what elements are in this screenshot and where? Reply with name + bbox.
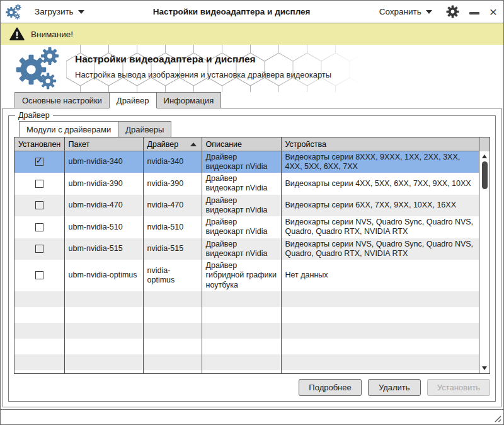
dropdown-arrow-icon <box>78 10 84 14</box>
table-row[interactable]: ubm-nvidia-470 nvidia-470 Драйвер видеок… <box>14 195 479 217</box>
installed-checkbox-checked[interactable]: ✓ <box>35 158 43 166</box>
driver-subtabs: Модули с драйверами Драйверы <box>14 121 490 137</box>
resize-grip[interactable] <box>493 414 501 422</box>
remove-button[interactable]: Удалить <box>368 379 421 396</box>
installed-checkbox[interactable] <box>35 245 43 253</box>
settings-gear-button[interactable] <box>446 5 459 18</box>
installed-checkbox[interactable] <box>35 271 43 279</box>
empty-row <box>14 323 479 339</box>
titlebar: Загрузить Настройки видеоадаптера и дисп… <box>1 1 503 23</box>
empty-row <box>14 354 479 370</box>
empty-row <box>14 307 479 323</box>
check-icon: ✓ <box>36 156 43 166</box>
minimize-button[interactable] <box>469 12 479 15</box>
details-button[interactable]: Подробнее <box>299 379 361 396</box>
page-title: Настройки видеоадаптера и дисплея <box>75 54 331 65</box>
scrollbar-thumb[interactable] <box>482 161 488 189</box>
empty-row <box>14 370 479 374</box>
table-row[interactable]: ubm-nvidia-515 nvidia-515 Драйвер видеок… <box>14 238 479 260</box>
drivers-table: Установлен Пакет Драйвер Описание Устрой… <box>14 137 490 374</box>
banner: Настройки видеоадаптера и дисплея Настро… <box>1 45 503 92</box>
installed-checkbox[interactable] <box>35 180 43 188</box>
action-buttons: Подробнее Удалить Установить <box>14 379 490 396</box>
scroll-down-icon <box>482 366 487 370</box>
load-button[interactable]: Загрузить <box>31 4 88 19</box>
load-button-label: Загрузить <box>35 7 74 16</box>
col-header-devices[interactable]: Устройства <box>281 137 479 151</box>
tab-basic-settings[interactable]: Основные настройки <box>14 92 109 108</box>
save-button-label: Сохранить <box>379 7 421 16</box>
warning-triangle-icon <box>9 27 25 41</box>
tab-driver[interactable]: Драйвер <box>109 92 157 108</box>
page-subtitle: Настройка вывода изображения и установка… <box>75 70 331 79</box>
table-row[interactable]: ubm-nvidia-510 nvidia-510 Драйвер видеок… <box>14 216 479 238</box>
app-gears-logo <box>11 46 66 91</box>
vertical-scrollbar[interactable] <box>479 151 490 373</box>
table-row[interactable]: ✓ ubm-nvidia-340 nvidia-340 Драйвер виде… <box>14 151 479 173</box>
empty-row <box>14 339 479 354</box>
installed-checkbox[interactable] <box>35 223 43 231</box>
groupbox-label: Драйвер <box>15 111 53 120</box>
driver-groupbox: Драйвер Модули с драйверами Драйверы Уст… <box>8 111 496 402</box>
empty-row <box>14 291 479 307</box>
table-row[interactable]: ubm-nvidia-390 nvidia-390 Драйвер видеок… <box>14 173 479 195</box>
tab-driver-modules[interactable]: Модули с драйверами <box>19 121 118 137</box>
col-header-installed[interactable]: Установлен <box>14 137 64 151</box>
app-gears-icon <box>6 4 22 20</box>
table-header-row: Установлен Пакет Драйвер Описание Устрой… <box>14 137 479 151</box>
col-header-package[interactable]: Пакет <box>64 137 143 151</box>
save-button[interactable]: Сохранить <box>375 4 436 19</box>
status-bar <box>1 409 503 424</box>
col-header-driver[interactable]: Драйвер <box>143 137 202 151</box>
scroll-up-icon <box>482 154 487 158</box>
install-button[interactable]: Установить <box>427 379 490 396</box>
window-title: Настройки видеоадаптера и дисплея <box>88 7 375 16</box>
gear-icon <box>446 5 459 18</box>
scrollbar-header-cap <box>479 137 490 151</box>
tab-panel: Драйвер Модули с драйверами Драйверы Уст… <box>3 108 501 407</box>
warning-text: Внимание! <box>31 30 73 39</box>
tab-drivers[interactable]: Драйверы <box>118 121 171 137</box>
warning-bar: Внимание! <box>1 23 503 45</box>
scroll-down-button[interactable] <box>479 364 490 373</box>
app-window: Загрузить Настройки видеоадаптера и дисп… <box>0 0 504 425</box>
close-button[interactable]: × <box>490 5 497 18</box>
main-tabs: Основные настройки Драйвер Информация <box>1 92 503 108</box>
installed-checkbox[interactable] <box>35 201 43 209</box>
col-header-description[interactable]: Описание <box>202 137 281 151</box>
tab-information[interactable]: Информация <box>157 92 222 108</box>
sort-ascending-icon <box>190 143 197 146</box>
table-row[interactable]: ubm-nvidia-optimus nvidia-optimus Драйве… <box>14 260 479 291</box>
scroll-up-button[interactable] <box>479 152 490 161</box>
dropdown-arrow-icon <box>426 10 432 14</box>
